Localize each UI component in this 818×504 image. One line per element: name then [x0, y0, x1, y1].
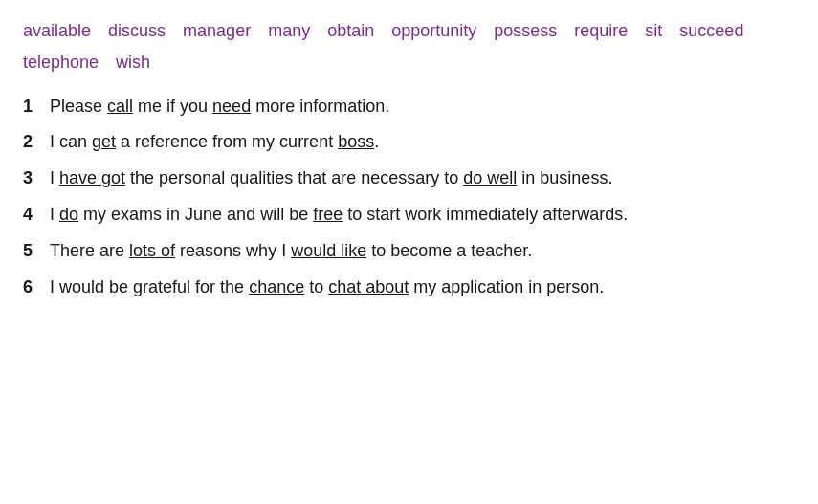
underlined-word: free	[313, 205, 343, 224]
sentence-number: 5	[23, 238, 50, 265]
word-bank-item: opportunity	[391, 17, 476, 45]
word-bank-item: possess	[494, 17, 557, 45]
underlined-word: would like	[291, 241, 366, 260]
sentence-item: 1Please call me if you need more informa…	[23, 94, 795, 121]
underlined-word: chat about	[328, 277, 409, 296]
word-bank-item: available	[23, 17, 91, 45]
word-bank-item: many	[268, 17, 310, 45]
underlined-word: lots of	[129, 241, 175, 260]
sentence-text: Please call me if you need more informat…	[50, 94, 389, 121]
word-bank-item: telephone	[23, 49, 99, 77]
sentence-item: 4I do my exams in June and will be free …	[23, 202, 795, 229]
sentence-item: 5There are lots of reasons why I would l…	[23, 238, 795, 265]
sentence-number: 6	[23, 274, 50, 301]
sentence-number: 1	[23, 94, 50, 121]
underlined-word: do well	[463, 168, 517, 187]
underlined-word: get	[92, 132, 116, 151]
underlined-word: boss	[338, 132, 374, 151]
sentence-item: 3I have got the personal qualities that …	[23, 165, 795, 192]
word-bank-item: discuss	[108, 17, 166, 45]
sentence-text: There are lots of reasons why I would li…	[50, 238, 532, 265]
sentence-item: 2I can get a reference from my current b…	[23, 129, 795, 156]
sentence-number: 4	[23, 202, 50, 229]
sentence-text: I have got the personal qualities that a…	[50, 165, 612, 192]
word-bank-item: require	[574, 17, 628, 45]
sentence-text: I would be grateful for the chance to ch…	[50, 274, 604, 301]
sentences-list: 1Please call me if you need more informa…	[23, 94, 795, 301]
underlined-word: do	[59, 205, 78, 224]
sentence-number: 2	[23, 129, 50, 156]
underlined-word: have got	[59, 168, 125, 187]
word-bank-item: sit	[645, 17, 662, 45]
underlined-word: call	[107, 97, 133, 116]
word-bank-item: succeed	[679, 17, 743, 45]
word-bank-item: obtain	[327, 17, 374, 45]
sentence-text: I do my exams in June and will be free t…	[50, 202, 628, 229]
underlined-word: need	[212, 97, 251, 116]
word-bank: availablediscussmanagermanyobtainopportu…	[23, 17, 795, 77]
sentence-number: 3	[23, 165, 50, 192]
word-bank-item: manager	[183, 17, 251, 45]
word-bank-item: wish	[116, 49, 150, 77]
sentence-text: I can get a reference from my current bo…	[50, 129, 379, 156]
underlined-word: chance	[249, 277, 304, 296]
sentence-item: 6I would be grateful for the chance to c…	[23, 274, 795, 301]
